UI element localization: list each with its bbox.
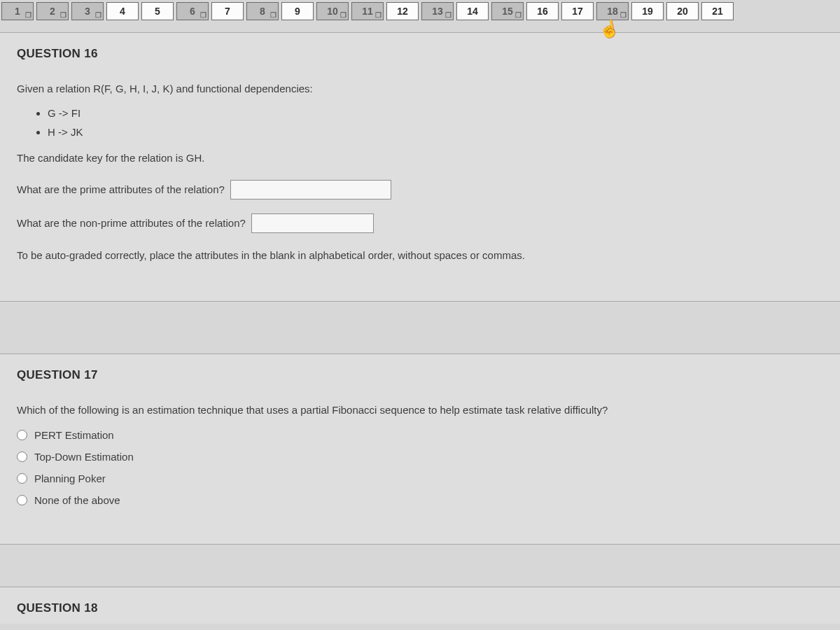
nav-item-3[interactable]: 3❐ xyxy=(71,2,104,20)
nav-item-number: 21 xyxy=(712,6,723,17)
q17-option-3-row: Planning Poker xyxy=(17,470,823,486)
nav-item-number: 9 xyxy=(295,6,300,17)
nav-item-number: 11 xyxy=(362,6,373,17)
question-17-body: Which of the following is an estimation … xyxy=(17,402,823,508)
q16-prime-row: What are the prime attributes of the rel… xyxy=(17,180,823,200)
nav-item-number: 15 xyxy=(502,6,513,17)
q16-candidate-key: The candidate key for the relation is GH… xyxy=(17,150,823,166)
nav-item-15[interactable]: 15❐ xyxy=(491,2,524,20)
q16-fd-list: G -> FI H -> JK xyxy=(48,105,823,140)
page-icon: ❐ xyxy=(95,12,102,19)
nav-item-17[interactable]: 17 xyxy=(561,2,594,20)
nav-item-7[interactable]: 7 xyxy=(211,2,244,20)
q17-prompt: Which of the following is an estimation … xyxy=(17,402,823,418)
nav-item-number: 20 xyxy=(677,6,688,17)
question-17-block: QUESTION 17 Which of the following is an… xyxy=(0,354,840,544)
page-icon: ❐ xyxy=(340,12,346,19)
nav-item-4[interactable]: 4 xyxy=(106,2,139,20)
q16-note: To be auto-graded correctly, place the a… xyxy=(17,247,823,263)
nav-item-12[interactable]: 12 xyxy=(386,2,419,20)
q16-fd2: H -> JK xyxy=(48,124,823,140)
nav-item-13[interactable]: 13❐ xyxy=(421,2,454,20)
nav-item-9[interactable]: 9 xyxy=(281,2,314,20)
nav-item-number: 7 xyxy=(225,6,230,17)
nav-item-5[interactable]: 5 xyxy=(141,2,174,20)
nav-item-number: 1 xyxy=(15,6,20,17)
nav-item-number: 3 xyxy=(85,6,90,17)
nav-item-8[interactable]: 8❐ xyxy=(246,2,279,20)
q17-option-2-radio[interactable] xyxy=(17,451,27,462)
nav-item-number: 6 xyxy=(190,6,195,17)
page-icon: ❐ xyxy=(25,12,31,19)
q17-option-4-radio[interactable] xyxy=(17,495,27,505)
question-16-body: Given a relation R(F, G, H, I, J, K) and… xyxy=(17,80,823,263)
q16-nonprime-input[interactable] xyxy=(251,214,374,233)
q16-prime-prompt: What are the prime attributes of the rel… xyxy=(17,181,225,197)
nav-item-number: 2 xyxy=(50,6,55,17)
content-area: QUESTION 16 Given a relation R(F, G, H, … xyxy=(0,32,840,624)
page-icon: ❐ xyxy=(60,12,66,19)
nav-item-number: 18 xyxy=(607,6,618,17)
question-18-title: QUESTION 18 xyxy=(17,601,823,615)
nav-item-1[interactable]: 1❐ xyxy=(1,2,34,20)
nav-item-20[interactable]: 20 xyxy=(666,2,699,20)
page-icon: ❐ xyxy=(270,12,276,19)
q17-option-4-row: None of the above xyxy=(17,492,823,508)
nav-item-14[interactable]: 14 xyxy=(456,2,489,20)
question-18-block: QUESTION 18 xyxy=(0,587,840,624)
nav-item-number: 16 xyxy=(537,6,548,17)
page-icon: ❐ xyxy=(515,12,522,19)
page-icon: ❐ xyxy=(200,12,206,19)
q16-fd1: G -> FI xyxy=(48,105,823,121)
q16-prime-input[interactable] xyxy=(230,180,391,200)
nav-item-number: 19 xyxy=(642,6,653,17)
nav-item-number: 4 xyxy=(120,6,125,17)
q17-option-2-row: Top-Down Estimation xyxy=(17,449,823,465)
nav-item-19[interactable]: 19 xyxy=(631,2,664,20)
nav-item-number: 5 xyxy=(155,6,160,17)
question-nav-bar: 1❐2❐3❐456❐78❐910❐11❐1213❐1415❐161718❐192… xyxy=(0,0,840,22)
q17-option-1-label: PERT Estimation xyxy=(34,427,114,443)
q16-nonprime-prompt: What are the non-prime attributes of the… xyxy=(17,215,246,231)
question-16-block: QUESTION 16 Given a relation R(F, G, H, … xyxy=(0,32,840,302)
spacer xyxy=(0,545,840,587)
nav-item-21[interactable]: 21 xyxy=(701,2,734,20)
nav-item-number: 13 xyxy=(432,6,443,17)
page-icon: ❐ xyxy=(375,12,382,19)
q17-option-3-radio[interactable] xyxy=(17,473,27,484)
q17-option-2-label: Top-Down Estimation xyxy=(34,449,134,465)
nav-item-number: 10 xyxy=(327,6,338,17)
nav-item-6[interactable]: 6❐ xyxy=(176,2,209,20)
q17-option-1-row: PERT Estimation xyxy=(17,427,823,443)
q17-option-4-label: None of the above xyxy=(34,492,120,508)
spacer xyxy=(0,302,840,344)
question-17-title: QUESTION 17 xyxy=(17,368,823,382)
nav-item-2[interactable]: 2❐ xyxy=(36,2,69,20)
q16-intro: Given a relation R(F, G, H, I, J, K) and… xyxy=(17,80,823,97)
q17-option-1-radio[interactable] xyxy=(17,430,27,440)
nav-item-number: 14 xyxy=(467,6,478,17)
question-16-title: QUESTION 16 xyxy=(17,47,823,61)
nav-item-10[interactable]: 10❐ xyxy=(316,2,349,20)
q17-option-3-label: Planning Poker xyxy=(34,470,106,486)
nav-item-number: 12 xyxy=(397,6,408,17)
page-icon: ❐ xyxy=(620,12,626,19)
q16-nonprime-row: What are the non-prime attributes of the… xyxy=(17,214,823,233)
nav-item-number: 8 xyxy=(260,6,265,17)
nav-item-11[interactable]: 11❐ xyxy=(351,2,384,20)
nav-item-18[interactable]: 18❐ xyxy=(596,2,629,20)
nav-item-number: 17 xyxy=(572,6,583,17)
nav-item-16[interactable]: 16 xyxy=(526,2,559,20)
page-icon: ❐ xyxy=(445,12,451,19)
